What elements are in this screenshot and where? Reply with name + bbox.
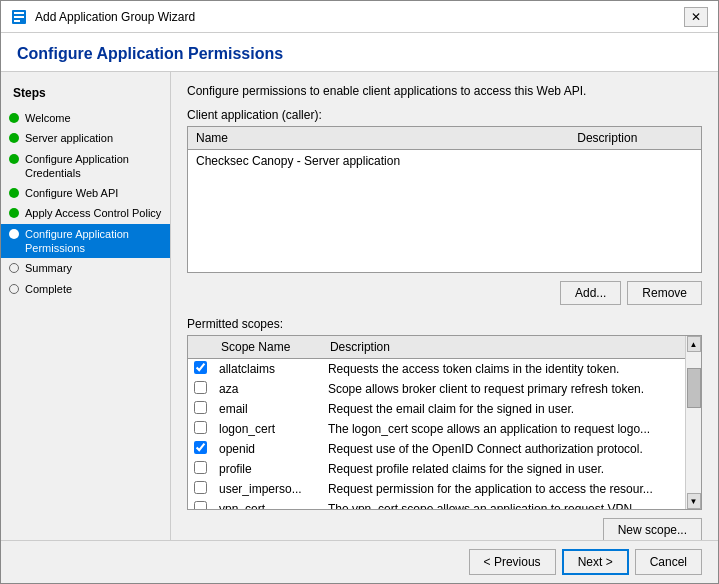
scope-description: Request profile related claims for the s…	[322, 459, 685, 479]
title-bar-left: Add Application Group Wizard	[11, 9, 195, 25]
wizard-icon	[11, 9, 27, 25]
scope-checkbox-cell[interactable]	[188, 499, 213, 510]
dialog-footer: < Previous Next > Cancel	[1, 540, 718, 583]
scope-description: The vpn_cert scope allows an application…	[322, 499, 685, 510]
step-label: Configure Web API	[25, 186, 118, 200]
scroll-thumb[interactable]	[687, 368, 701, 408]
close-button[interactable]: ✕	[684, 7, 708, 27]
scope-checkbox[interactable]	[194, 441, 207, 454]
steps-panel: Steps Welcome Server application Configu…	[1, 72, 171, 540]
step-item-credentials[interactable]: Configure Application Credentials	[1, 149, 170, 184]
scope-row[interactable]: profile Request profile related claims f…	[188, 459, 685, 479]
scopes-container: Scope Name Description allatclaims Reque…	[187, 335, 702, 510]
previous-button[interactable]: < Previous	[469, 549, 556, 575]
scope-row[interactable]: logon_cert The logon_cert scope allows a…	[188, 419, 685, 439]
scope-checkbox-cell[interactable]	[188, 419, 213, 439]
steps-heading: Steps	[1, 82, 170, 108]
scope-description: Scope allows broker client to request pr…	[322, 379, 685, 399]
scope-checkbox-cell[interactable]	[188, 479, 213, 499]
col-scope-name: Scope Name	[213, 336, 322, 359]
scope-checkbox[interactable]	[194, 401, 207, 414]
scroll-up-arrow[interactable]: ▲	[687, 336, 701, 352]
client-table: Name Description Checksec Canopy - Serve…	[188, 127, 701, 272]
svg-rect-3	[14, 20, 20, 22]
scroll-down-arrow[interactable]: ▼	[687, 493, 701, 509]
scope-row[interactable]: openid Request use of the OpenID Connect…	[188, 439, 685, 459]
scope-checkbox[interactable]	[194, 421, 207, 434]
scopes-inner: Scope Name Description allatclaims Reque…	[188, 336, 685, 510]
col-name: Name	[188, 127, 569, 150]
scope-name: profile	[213, 459, 322, 479]
step-label: Complete	[25, 282, 72, 296]
scope-description: Request permission for the application t…	[322, 479, 685, 499]
title-bar: Add Application Group Wizard ✕	[1, 1, 718, 33]
step-label: Server application	[25, 131, 113, 145]
main-content: Configure permissions to enable client a…	[171, 72, 718, 540]
step-item-complete[interactable]: Complete	[1, 279, 170, 299]
cancel-button[interactable]: Cancel	[635, 549, 702, 575]
page-title: Configure Application Permissions	[17, 45, 702, 63]
permitted-label: Permitted scopes:	[187, 317, 702, 331]
scope-name: user_imperso...	[213, 479, 322, 499]
step-item-welcome[interactable]: Welcome	[1, 108, 170, 128]
scope-checkbox-cell[interactable]	[188, 399, 213, 419]
scope-name: openid	[213, 439, 322, 459]
scope-checkbox[interactable]	[194, 481, 207, 494]
scope-description: The logon_cert scope allows an applicati…	[322, 419, 685, 439]
dialog-header: Configure Application Permissions	[1, 33, 718, 72]
step-label: Summary	[25, 261, 72, 275]
step-label: Configure Application Credentials	[25, 152, 162, 181]
title-bar-text: Add Application Group Wizard	[35, 10, 195, 24]
scope-checkbox-cell[interactable]	[188, 459, 213, 479]
dialog: Add Application Group Wizard ✕ Configure…	[0, 0, 719, 584]
scope-row[interactable]: aza Scope allows broker client to reques…	[188, 379, 685, 399]
step-dot	[9, 208, 19, 218]
scope-name: logon_cert	[213, 419, 322, 439]
scope-row[interactable]: allatclaims Requests the access token cl…	[188, 359, 685, 380]
step-item-summary[interactable]: Summary	[1, 258, 170, 278]
col-check	[188, 336, 213, 359]
scope-checkbox[interactable]	[194, 461, 207, 474]
col-scope-desc: Description	[322, 336, 685, 359]
scope-checkbox-cell[interactable]	[188, 379, 213, 399]
scope-checkbox-cell[interactable]	[188, 439, 213, 459]
scope-name: aza	[213, 379, 322, 399]
next-button[interactable]: Next >	[562, 549, 629, 575]
scope-checkbox-cell[interactable]	[188, 359, 213, 380]
step-item-access-control[interactable]: Apply Access Control Policy	[1, 203, 170, 223]
step-dot	[9, 133, 19, 143]
remove-button[interactable]: Remove	[627, 281, 702, 305]
new-scope-row: New scope...	[187, 518, 702, 540]
scope-name: vpn_cert	[213, 499, 322, 510]
step-item-permissions[interactable]: Configure Application Permissions	[1, 224, 170, 259]
scopes-table: Scope Name Description allatclaims Reque…	[188, 336, 685, 510]
scope-row[interactable]: email Request the email claim for the si…	[188, 399, 685, 419]
step-dot	[9, 154, 19, 164]
add-button[interactable]: Add...	[560, 281, 621, 305]
description-text: Configure permissions to enable client a…	[187, 84, 702, 98]
step-dot	[9, 263, 19, 273]
step-label: Configure Application Permissions	[25, 227, 162, 256]
scope-description: Request use of the OpenID Connect author…	[322, 439, 685, 459]
scope-checkbox[interactable]	[194, 361, 207, 374]
svg-rect-2	[14, 16, 24, 18]
table-row-empty	[188, 172, 701, 272]
scope-checkbox[interactable]	[194, 501, 207, 510]
step-item-server-app[interactable]: Server application	[1, 128, 170, 148]
dialog-body: Steps Welcome Server application Configu…	[1, 72, 718, 540]
scope-checkbox[interactable]	[194, 381, 207, 394]
scope-row[interactable]: user_imperso... Request permission for t…	[188, 479, 685, 499]
scope-description: Requests the access token claims in the …	[322, 359, 685, 380]
step-item-web-api[interactable]: Configure Web API	[1, 183, 170, 203]
scope-row[interactable]: vpn_cert The vpn_cert scope allows an ap…	[188, 499, 685, 510]
step-label: Apply Access Control Policy	[25, 206, 161, 220]
step-dot	[9, 188, 19, 198]
table-row[interactable]: Checksec Canopy - Server application	[188, 150, 701, 173]
col-description: Description	[569, 127, 701, 150]
client-section-label: Client application (caller):	[187, 108, 702, 122]
step-dot	[9, 229, 19, 239]
client-desc	[569, 150, 701, 173]
new-scope-button[interactable]: New scope...	[603, 518, 702, 540]
client-buttons-row: Add... Remove	[187, 281, 702, 305]
scope-name: email	[213, 399, 322, 419]
